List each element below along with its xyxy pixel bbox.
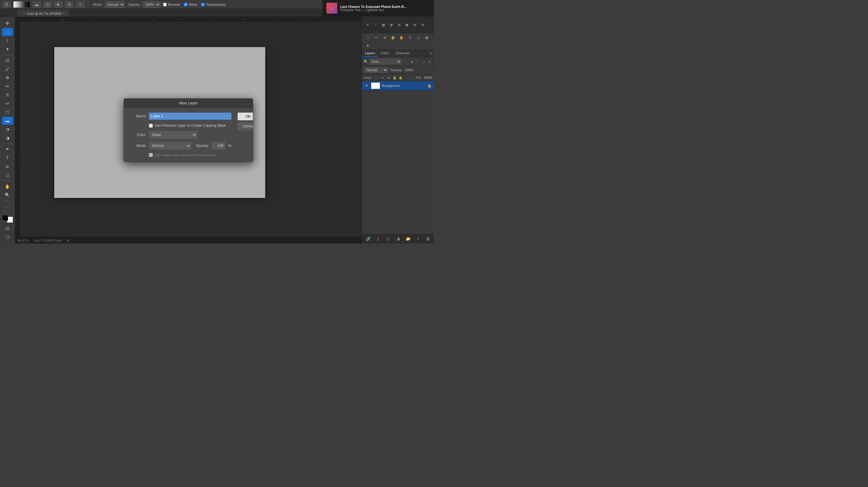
dodge-tool[interactable]: ◑ [2, 134, 13, 142]
angle-gradient-btn[interactable]: ◐ [54, 1, 63, 8]
reverse-checkbox[interactable] [163, 3, 167, 6]
filter-pixel-btn[interactable]: ⬚ [403, 59, 408, 64]
filter-shape-btn[interactable]: ◻ [421, 59, 426, 64]
hand-tool[interactable]: ✋ [2, 182, 13, 191]
dither-checkbox[interactable] [184, 3, 187, 6]
dialog-mode-select[interactable]: Normal [149, 142, 191, 149]
music-icon: ♪ [331, 5, 333, 11]
path-select-tool[interactable]: ⊳ [2, 162, 13, 170]
panel-tabs: Layers Paths Channels ≡ [362, 50, 434, 57]
extra-tools[interactable]: ··· [2, 202, 13, 210]
doc-tab-name: Gold @ 66.7% (RGB/8) * [27, 12, 64, 16]
panel-icon-1[interactable]: ⬚ [364, 34, 371, 40]
blur-tool[interactable]: ◔ [2, 125, 13, 133]
hsl-btn[interactable]: ◑ [388, 22, 395, 28]
colorlookup-btn[interactable]: ⊞ [396, 22, 402, 28]
move-tool[interactable]: ✜ [2, 19, 13, 27]
shape-tool[interactable]: ◻ [2, 171, 13, 179]
reflected-gradient-btn[interactable]: ⊟ [65, 1, 73, 8]
add-adjustment-btn[interactable]: ◑ [395, 235, 402, 242]
reverse-checkbox-label[interactable]: Reverse [163, 3, 180, 6]
lock-full-btn[interactable]: 🔒 [398, 75, 403, 80]
eyedropper-tool[interactable]: 🖊 [2, 65, 13, 73]
gradient-preview[interactable] [13, 1, 30, 8]
selection-tool[interactable]: ⬚ [2, 28, 13, 36]
toolbar-options-btn[interactable]: ☰ [2, 1, 11, 8]
layer-name-input[interactable] [149, 113, 231, 120]
filter-adjust-btn[interactable]: ◑ [409, 59, 414, 64]
layers-mode-select[interactable]: Normal [364, 67, 388, 73]
add-group-btn[interactable]: 📁 [404, 235, 412, 242]
filter-type-btn[interactable]: T [415, 59, 420, 64]
layer-item[interactable]: 👁 Background 🔒 [362, 81, 434, 90]
tab-paths[interactable]: Paths [378, 50, 393, 57]
panel-menu-btn[interactable]: ≡ [428, 50, 434, 56]
layers-filter-select[interactable]: Kind [369, 59, 401, 64]
eraser-tool[interactable]: ◻ [2, 108, 13, 116]
dither-checkbox-label[interactable]: Dither [184, 3, 197, 6]
lasso-tool[interactable]: ⌇ [2, 36, 13, 45]
text-tool[interactable]: T [2, 154, 13, 162]
panel-icon-9[interactable]: ◈ [364, 42, 371, 48]
panel-icon-3[interactable]: ⊕ [381, 34, 388, 40]
curves-btn[interactable]: ⌇ [372, 22, 379, 28]
new-layer-dialog: New Layer Name: U [124, 98, 253, 162]
tab-channels[interactable]: Channels [393, 50, 412, 57]
dialog-overlay: New Layer Name: U [15, 17, 362, 244]
crop-tool[interactable]: ⊡ [2, 56, 13, 64]
history-brush-tool[interactable]: ↩ [2, 99, 13, 108]
quick-mask-btn[interactable]: ⬡ [2, 233, 13, 241]
panel-icon-7[interactable]: ◻ [415, 34, 422, 40]
panel-icon-8[interactable]: ▦ [424, 34, 430, 40]
add-layer-btn[interactable]: + [414, 235, 422, 242]
adjustments-btn[interactable]: ☀ [364, 22, 371, 28]
lock-position-btn[interactable]: ✏ [380, 75, 385, 80]
zoom-tool[interactable]: 🔍 [2, 191, 13, 199]
main-layout: ✜ ⬚ ⌇ ✦ ⊡ 🖊 ⊕ ✏ ⎘ ↩ ◻ ▬ ◔ ◑ ✒ T ⊳ ◻ ✋ 🔍 … [0, 17, 434, 244]
transparency-checkbox-label[interactable]: Transparency [201, 3, 226, 6]
color-swatches[interactable] [2, 215, 13, 223]
lock-all-btn[interactable]: ⊕ [386, 75, 391, 80]
magic-wand-tool[interactable]: ✦ [2, 45, 13, 53]
ok-button[interactable]: OK [238, 113, 253, 120]
screen-mode-btn[interactable]: ⊡ [2, 225, 13, 233]
panel-icon-5[interactable]: 🔒 [398, 34, 405, 40]
doc-tab[interactable]: × Gold @ 66.7% (RGB/8) * [18, 10, 69, 17]
tab-layers[interactable]: Layers [362, 50, 378, 57]
add-style-btn[interactable]: ƒ [375, 235, 382, 242]
healing-tool[interactable]: ⊕ [2, 74, 13, 82]
levels-btn[interactable]: ▦ [380, 22, 387, 28]
opacity-select[interactable]: 100% [143, 1, 161, 8]
panel-icon-6[interactable]: ⊡ [407, 34, 413, 40]
transparency-checkbox[interactable] [201, 3, 205, 6]
dialog-title: New Layer [179, 101, 198, 105]
radial-gradient-btn[interactable]: ◎ [43, 1, 52, 8]
filter-smart-btn[interactable]: ⊕ [427, 59, 432, 64]
panel-icon-4[interactable]: 🔒 [390, 34, 396, 40]
lock-pixel-btn[interactable]: ⬚ [374, 75, 379, 80]
pen-tool[interactable]: ✒ [2, 145, 13, 153]
lock-artboard-btn[interactable]: 🔒 [392, 75, 397, 80]
panel-icon-2[interactable]: ✏ [373, 34, 379, 40]
clone-stamp-tool[interactable]: ⎘ [2, 91, 13, 99]
gradient-tool[interactable]: ▬ [2, 117, 13, 125]
clipping-mask-checkbox[interactable] [149, 124, 153, 127]
diamond-gradient-btn[interactable]: ◇ [76, 1, 84, 8]
color-select[interactable]: None Red Orange Yellow Green Blue Violet… [149, 131, 197, 139]
doc-close-btn[interactable]: × [23, 12, 25, 15]
moreicons-btn[interactable]: ⊕ [419, 22, 426, 28]
mode-select[interactable]: Normal [105, 1, 125, 8]
foreground-color[interactable] [2, 215, 8, 221]
brush-tool[interactable]: ✏ [2, 82, 13, 90]
dialog-opacity-unit: % [228, 144, 231, 148]
solidfill-btn[interactable]: ▣ [404, 22, 410, 28]
vibrance-btn[interactable]: ◈ [411, 22, 418, 28]
layer-visibility-eye[interactable]: 👁 [364, 83, 369, 88]
dialog-opacity-input[interactable] [212, 142, 225, 149]
add-mask-btn[interactable]: ⬡ [384, 235, 392, 242]
delete-layer-btn[interactable]: 🗑 [424, 235, 432, 242]
link-layers-btn[interactable]: 🔗 [365, 235, 372, 242]
cancel-button[interactable]: Cancel [238, 122, 253, 130]
fill-label-panel: Fill: [416, 76, 421, 79]
linear-gradient-btn[interactable]: ▬ [33, 1, 41, 8]
